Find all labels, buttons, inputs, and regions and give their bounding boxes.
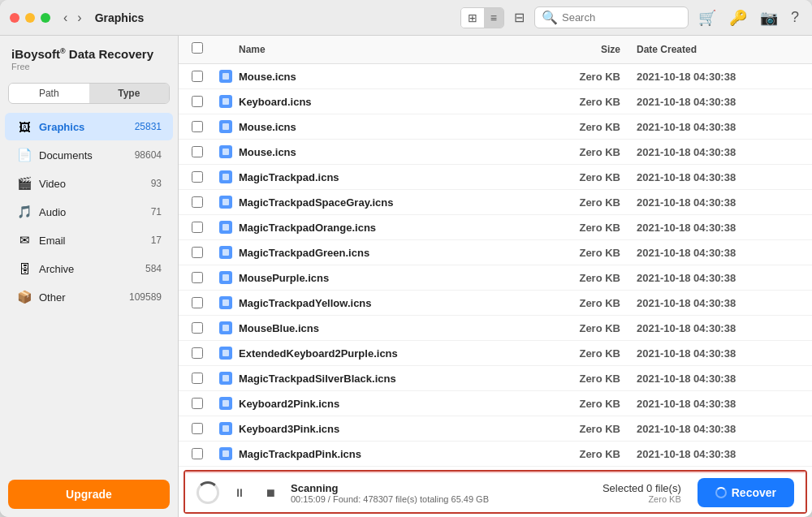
file-checkbox-8[interactable] bbox=[192, 272, 203, 283]
file-icon-col-13 bbox=[216, 397, 235, 410]
table-row: Mouse.icns Zero KB 2021-10-18 04:30:38 bbox=[179, 140, 812, 165]
upgrade-button[interactable]: Upgrade bbox=[8, 480, 170, 509]
file-checkbox-15[interactable] bbox=[192, 448, 203, 459]
sidebar-item-graphics[interactable]: 🖼 Graphics 25831 bbox=[5, 113, 173, 140]
row-checkbox-11 bbox=[192, 347, 216, 359]
search-input[interactable] bbox=[562, 11, 681, 24]
grid-view-button[interactable]: ⊞ bbox=[461, 8, 484, 28]
table-row: MagicTrackpadSilverBlack.icns Zero KB 20… bbox=[179, 366, 812, 391]
app-window: ‹ › Graphics ⊞ ≡ ⊟ 🔍 🛒 🔑 📷 ? bbox=[0, 0, 812, 517]
file-date-12: 2021-10-18 04:30:38 bbox=[637, 373, 799, 385]
camera-icon[interactable]: 📷 bbox=[757, 6, 781, 30]
table-row: MagicTrackpadYellow.icns Zero KB 2021-10… bbox=[179, 291, 812, 316]
sidebar-video-icon: 🎬 bbox=[16, 175, 32, 192]
table-row: Keyboard2Pink.icns Zero KB 2021-10-18 04… bbox=[179, 391, 812, 416]
sidebar-item-email[interactable]: ✉ Email 17 bbox=[5, 226, 173, 254]
row-checkbox-12 bbox=[192, 373, 216, 384]
row-checkbox-2 bbox=[192, 121, 216, 132]
file-type-icon bbox=[219, 271, 232, 284]
row-checkbox-0 bbox=[192, 71, 216, 82]
tab-type[interactable]: Type bbox=[89, 84, 170, 103]
file-checkbox-9[interactable] bbox=[192, 297, 203, 308]
file-size-1: Zero KB bbox=[539, 96, 637, 108]
scan-pause-button[interactable]: ⏸ bbox=[229, 485, 250, 501]
minimize-button[interactable] bbox=[25, 13, 35, 23]
file-checkbox-6[interactable] bbox=[192, 222, 203, 233]
row-checkbox-6 bbox=[192, 222, 216, 233]
file-size-8: Zero KB bbox=[539, 272, 637, 284]
table-row: MouseBlue.icns Zero KB 2021-10-18 04:30:… bbox=[179, 316, 812, 341]
file-icon-col-12 bbox=[216, 372, 235, 385]
tab-path[interactable]: Path bbox=[9, 84, 89, 103]
file-checkbox-13[interactable] bbox=[192, 398, 203, 409]
file-name-13: Keyboard2Pink.icns bbox=[235, 398, 539, 410]
row-checkbox-14 bbox=[192, 423, 216, 434]
file-name-8: MousePurple.icns bbox=[235, 272, 539, 284]
sidebar-item-video[interactable]: 🎬 Video 93 bbox=[5, 170, 173, 197]
cart-icon[interactable]: 🛒 bbox=[695, 6, 719, 30]
sidebar-graphics-label: Graphics bbox=[39, 121, 135, 133]
sidebar-archive-count: 584 bbox=[145, 263, 162, 274]
sidebar-graphics-count: 25831 bbox=[135, 121, 162, 132]
file-checkbox-7[interactable] bbox=[192, 247, 203, 258]
file-checkbox-5[interactable] bbox=[192, 196, 203, 208]
row-checkbox-9 bbox=[192, 297, 216, 308]
file-name-10: MouseBlue.icns bbox=[235, 322, 539, 334]
file-size-6: Zero KB bbox=[539, 222, 637, 234]
file-type-icon bbox=[219, 372, 232, 385]
sidebar-item-documents[interactable]: 📄 Documents 98604 bbox=[5, 141, 173, 169]
sidebar-item-archive[interactable]: 🗄 Archive 584 bbox=[5, 255, 173, 282]
file-icon-col-4 bbox=[216, 170, 235, 183]
file-size-10: Zero KB bbox=[539, 322, 637, 334]
titlebar-center: ‹ › Graphics bbox=[60, 9, 460, 27]
scan-stop-button[interactable]: ⏹ bbox=[260, 485, 281, 501]
file-type-icon bbox=[219, 397, 232, 410]
nav-buttons: ‹ › bbox=[60, 9, 85, 27]
filter-button[interactable]: ⊟ bbox=[511, 6, 528, 28]
back-button[interactable]: ‹ bbox=[60, 9, 71, 27]
header-date: Date Created bbox=[637, 44, 799, 55]
file-name-2: Mouse.icns bbox=[235, 121, 539, 133]
file-date-15: 2021-10-18 04:30:38 bbox=[637, 448, 799, 460]
maximize-button[interactable] bbox=[41, 13, 50, 23]
file-checkbox-0[interactable] bbox=[192, 71, 203, 82]
file-checkbox-1[interactable] bbox=[192, 96, 203, 107]
file-date-0: 2021-10-18 04:30:38 bbox=[637, 71, 799, 83]
file-checkbox-12[interactable] bbox=[192, 373, 203, 384]
file-checkbox-3[interactable] bbox=[192, 146, 203, 157]
file-checkbox-4[interactable] bbox=[192, 171, 203, 183]
file-date-10: 2021-10-18 04:30:38 bbox=[637, 322, 799, 334]
table-row: ExtendedKeyboard2Purple.icns Zero KB 202… bbox=[179, 341, 812, 366]
file-icon-col-3 bbox=[216, 145, 235, 158]
sidebar-item-audio[interactable]: 🎵 Audio 71 bbox=[5, 198, 173, 226]
row-checkbox-3 bbox=[192, 146, 216, 157]
file-checkbox-14[interactable] bbox=[192, 423, 203, 434]
table-row: Keyboard.icns Zero KB 2021-10-18 04:30:3… bbox=[179, 89, 812, 114]
key-icon[interactable]: 🔑 bbox=[726, 6, 750, 30]
file-checkbox-2[interactable] bbox=[192, 121, 203, 132]
file-checkbox-11[interactable] bbox=[192, 347, 203, 359]
file-date-5: 2021-10-18 04:30:38 bbox=[637, 196, 799, 209]
file-type-icon bbox=[219, 70, 232, 83]
file-type-icon bbox=[219, 196, 232, 209]
help-icon[interactable]: ? bbox=[788, 6, 802, 29]
sidebar-graphics-icon: 🖼 bbox=[16, 118, 32, 135]
sidebar-archive-label: Archive bbox=[39, 263, 145, 275]
sidebar-item-other[interactable]: 📦 Other 109589 bbox=[5, 283, 173, 311]
list-view-button[interactable]: ≡ bbox=[484, 8, 503, 28]
file-name-4: MagicTrackpad.icns bbox=[235, 171, 539, 183]
file-checkbox-10[interactable] bbox=[192, 322, 203, 334]
file-icon-col-8 bbox=[216, 271, 235, 284]
recover-button[interactable]: Recover bbox=[698, 478, 794, 507]
select-all-checkbox[interactable] bbox=[192, 42, 203, 54]
selection-info: Selected 0 file(s) Zero KB bbox=[603, 482, 681, 504]
status-bar-wrapper: ⏸ ⏹ Scanning 00:15:09 / Found: 478307 fi… bbox=[184, 470, 807, 514]
table-header: Name Size Date Created bbox=[179, 36, 812, 64]
file-type-icon bbox=[219, 321, 232, 334]
file-icon-col-1 bbox=[216, 95, 235, 108]
forward-button[interactable]: › bbox=[74, 9, 84, 27]
sidebar-other-label: Other bbox=[39, 291, 129, 304]
file-type-icon bbox=[219, 95, 232, 108]
sidebar-other-count: 109589 bbox=[129, 291, 162, 303]
close-button[interactable] bbox=[10, 13, 19, 23]
